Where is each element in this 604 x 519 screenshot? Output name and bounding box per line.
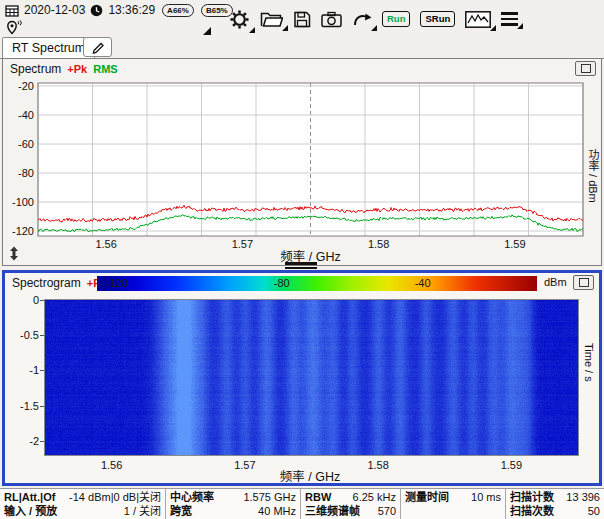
panel-splitter-handle[interactable]: [285, 262, 317, 271]
colorbar-label: -40: [415, 277, 431, 289]
statusbar-cell[interactable]: 中心频率1.575 GHz跨宽40 MHz: [166, 489, 301, 519]
dropdown-triangle: [371, 25, 377, 31]
statusbar-row: 三维频谱帧570: [305, 504, 396, 518]
spectrum-maximize-button[interactable]: [575, 61, 596, 76]
instrument-window: 2020-12-03 13:36:29 A66% B65%: [0, 0, 604, 519]
statusbar-value: 40 MHz: [258, 504, 296, 518]
spectrum-y-axis-title: 功率 / dBm: [585, 149, 601, 203]
run-button[interactable]: Run: [382, 11, 410, 27]
statusbar-label: 测量时间: [405, 490, 449, 504]
spectrogram-chart[interactable]: [44, 299, 579, 456]
statusbar-value: 10 ms: [471, 490, 501, 504]
date-label: 2020-12-03: [24, 3, 85, 17]
gnss-pin-icon: [6, 20, 22, 36]
statusbar-label: RL|Att.|Of: [4, 490, 55, 504]
statusbar: RL|Att.|Of-14 dBm|0 dB|关闭输入 / 预放1 / 关闭中心…: [0, 488, 604, 519]
dropdown-triangle: [282, 25, 288, 31]
statusbar-value: 6.25 kHz: [353, 490, 396, 504]
statusbar-cell[interactable]: 扫描计数13 396扫描次数50: [506, 489, 604, 519]
vertical-scale-arrows-icon[interactable]: [7, 246, 21, 261]
statusbar-label: 三维频谱帧: [305, 504, 360, 518]
save-button[interactable]: [293, 10, 311, 28]
statusbar-row: 扫描次数50: [510, 504, 600, 518]
spectrum-chart[interactable]: -20-40-60-80-100-1201.561.571.581.59频率 /…: [3, 78, 601, 264]
battery-b-badge: B65%: [201, 4, 233, 17]
spectrogram-x-tick: 1.59: [491, 459, 531, 471]
spectrum-y-tick: -60: [18, 138, 34, 150]
edit-tabs-button[interactable]: [83, 37, 112, 57]
spectrogram-maximize-button[interactable]: [573, 275, 594, 290]
spectrum-x-tick: 1.58: [368, 238, 389, 250]
dropdown-triangle: [490, 25, 496, 31]
spectrogram-x-axis-title: 频率 / GHz: [250, 466, 370, 485]
preset-redo-button[interactable]: [352, 10, 372, 28]
spectrum-title: Spectrum: [10, 62, 61, 76]
statusbar-value: 570: [378, 504, 396, 518]
settings-button[interactable]: [229, 9, 250, 30]
statusbar-value: 1.575 GHz: [243, 490, 296, 504]
tab-label: RT Spectrum: [12, 41, 85, 55]
toolbar: Run SRun: [229, 2, 518, 36]
statusbar-cell[interactable]: 测量时间10 ms: [401, 489, 506, 519]
open-file-button[interactable]: [260, 11, 283, 28]
time-label: 13:36:29: [108, 3, 155, 17]
topbar: 2020-12-03 13:36:29 A66% B65%: [0, 0, 604, 38]
spectrogram-y-tick: 0: [7, 294, 39, 306]
dropdown-triangle: [517, 23, 523, 29]
spectrogram-title: Spectrogram: [12, 276, 81, 290]
spectrogram-y-tick: -1.5: [7, 400, 39, 412]
spectrogram-x-tick: 1.56: [92, 459, 132, 471]
statusbar-value: 1 / 关闭: [124, 504, 161, 518]
spectrum-x-tick: 1.59: [504, 238, 525, 250]
tick-mark: [40, 441, 44, 442]
colorbar-label: -120: [106, 277, 128, 289]
statusbar-value: 13 396: [566, 490, 600, 504]
statusbar-row: RBW6.25 kHz: [305, 490, 396, 504]
spectrogram-y-tick: -1: [7, 364, 39, 376]
tick-mark: [40, 335, 44, 336]
statusbar-cell[interactable]: RL|Att.|Of-14 dBm|0 dB|关闭输入 / 预放1 / 关闭: [0, 489, 166, 519]
menu-button[interactable]: [501, 12, 518, 25]
spectrogram-y-tick: -2: [7, 435, 39, 447]
tab-rt-spectrum[interactable]: RT Spectrum: [2, 37, 95, 59]
spectrum-detector-rms: RMS: [93, 63, 117, 75]
tick-mark: [40, 406, 44, 407]
expand-header-triangle[interactable]: [203, 27, 211, 35]
spectrum-y-tick: -20: [18, 80, 34, 92]
color-scale-bar[interactable]: -120-80-40: [97, 276, 537, 291]
spectrum-y-tick: -120: [12, 225, 34, 237]
display-button[interactable]: [465, 11, 491, 28]
statusbar-row: RL|Att.|Of-14 dBm|0 dB|关闭: [4, 490, 161, 504]
dropdown-triangle: [249, 27, 255, 33]
spectrogram-y-axis-title: Time / s: [583, 343, 595, 382]
statusbar-label: 跨宽: [170, 504, 192, 518]
statusbar-value: -14 dBm|0 dB|关闭: [69, 490, 161, 504]
single-run-button[interactable]: SRun: [420, 11, 455, 27]
color-scale-unit: dBm: [544, 276, 567, 288]
gnss-status: [6, 20, 22, 36]
calendar-icon: [5, 4, 19, 17]
tick-mark: [40, 370, 44, 371]
pencil-icon: [90, 39, 106, 55]
clock-icon: [90, 4, 103, 17]
battery-a-badge: A66%: [162, 4, 194, 17]
spectrum-detector-pk: +Pk: [67, 63, 87, 75]
statusbar-row: 输入 / 预放1 / 关闭: [4, 504, 161, 518]
spectrogram-y-tick: -0.5: [7, 329, 39, 341]
statusbar-label: 中心频率: [170, 490, 214, 504]
statusbar-row: 测量时间10 ms: [405, 490, 501, 504]
statusbar-row: 中心频率1.575 GHz: [170, 490, 296, 504]
spectrum-x-tick: 1.57: [232, 238, 253, 250]
tab-bar: RT Spectrum: [0, 38, 604, 59]
spectrum-panel: Spectrum +Pk RMS -20-40-60-80-100-1201.5…: [2, 58, 602, 266]
spectrogram-panel: Spectrogram +Pk -120-80-40 dBm 0-0.5-1-1…: [2, 270, 602, 486]
maximize-icon: [581, 64, 591, 73]
colorbar-label: -80: [274, 277, 290, 289]
statusbar-cell[interactable]: RBW6.25 kHz三维频谱帧570: [301, 489, 401, 519]
screenshot-camera-button[interactable]: [321, 11, 342, 28]
statusbar-row: 跨宽40 MHz: [170, 504, 296, 518]
statusbar-label: RBW: [305, 490, 331, 504]
statusbar-label: 扫描计数: [510, 490, 554, 504]
datetime-area: 2020-12-03 13:36:29 A66% B65%: [5, 3, 233, 17]
hamburger-icon: [501, 12, 518, 25]
